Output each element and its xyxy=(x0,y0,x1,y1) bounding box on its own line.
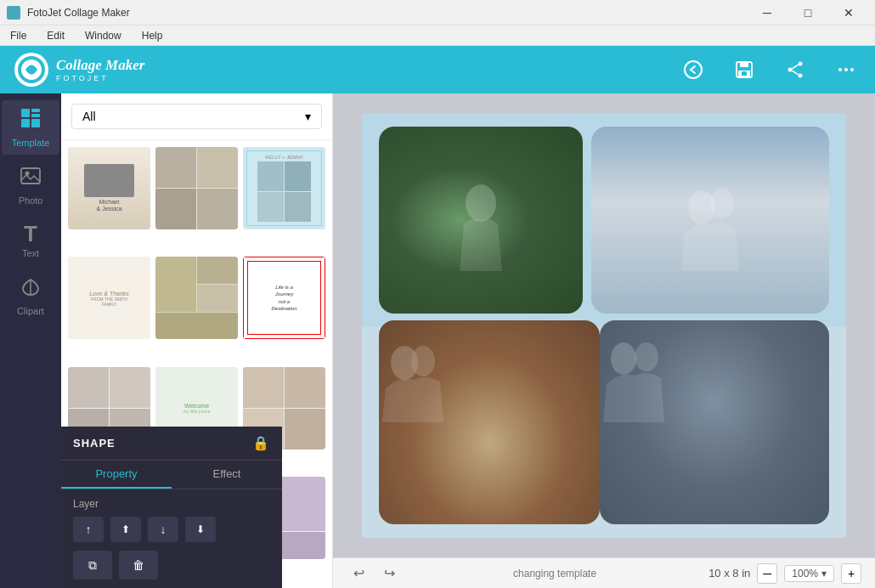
shape-panel-header: SHAPE 🔒 xyxy=(61,427,282,461)
zoom-out-button[interactable]: ─ xyxy=(757,563,777,584)
template-item[interactable]: KELLY + JENNY xyxy=(243,147,325,229)
dropdown-chevron-icon: ▾ xyxy=(305,110,311,123)
duplicate-icon: ⧉ xyxy=(88,558,97,573)
logo-sub: FOTOJET xyxy=(56,74,144,82)
zoom-level: 100% xyxy=(792,568,818,580)
svg-rect-20 xyxy=(21,168,40,184)
status-right: 10 x 8 in ─ 100% ▾ + xyxy=(708,563,861,584)
layer-controls: ↑ ⬆ ↓ ⬇ xyxy=(73,517,270,542)
zoom-in-icon: + xyxy=(848,567,855,580)
template-item[interactable]: Life is aJourneynot aDestination xyxy=(243,257,325,339)
undo-icon: ↩ xyxy=(353,565,364,581)
svg-point-14 xyxy=(850,68,854,71)
tab-effect[interactable]: Effect xyxy=(172,461,282,489)
bring-to-front-button[interactable]: ↑ xyxy=(73,517,104,542)
logo-main: Collage Maker xyxy=(56,57,144,74)
sidebar-item-photo[interactable]: Photo xyxy=(2,158,59,212)
sidebar-item-text[interactable]: T Text xyxy=(2,216,59,265)
share-button[interactable] xyxy=(780,54,810,85)
svg-point-13 xyxy=(844,68,848,71)
template-item[interactable] xyxy=(155,147,238,229)
window-title: FotoJet Collage Maker xyxy=(27,7,130,19)
toolbar-icons xyxy=(678,54,861,85)
zoom-chevron-icon: ▾ xyxy=(821,568,827,580)
svg-rect-15 xyxy=(21,109,30,117)
minimize-button[interactable]: ─ xyxy=(748,0,787,25)
sidebar-photo-label: Photo xyxy=(19,195,43,206)
svg-point-12 xyxy=(838,68,842,71)
more-icon xyxy=(836,59,856,80)
layer-label: Layer xyxy=(73,498,270,510)
svg-rect-4 xyxy=(740,62,748,67)
template-item[interactable]: Michael& Jessica xyxy=(68,147,150,229)
shape-title: SHAPE xyxy=(73,437,116,449)
more-button[interactable] xyxy=(831,54,861,85)
duplicate-button[interactable]: ⧉ xyxy=(73,551,112,580)
photo-top-left[interactable] xyxy=(379,127,583,314)
close-button[interactable]: ✕ xyxy=(829,0,868,25)
template-item[interactable] xyxy=(155,257,238,339)
svg-point-36 xyxy=(611,342,636,375)
lock-icon: 🔒 xyxy=(252,435,270,451)
svg-rect-18 xyxy=(21,119,30,127)
canvas-area: ↩ ↪ changing template 10 x 8 in ─ 100% xyxy=(333,93,875,588)
clipart-icon xyxy=(20,275,42,302)
svg-point-8 xyxy=(788,68,793,72)
text-icon: T xyxy=(24,223,37,245)
svg-rect-19 xyxy=(31,119,40,127)
menu-window[interactable]: Window xyxy=(82,28,125,43)
panel-top: All ▾ xyxy=(61,93,332,140)
app-icon xyxy=(7,6,20,20)
changing-template-text: changing template xyxy=(513,568,596,580)
photo-tr-image xyxy=(591,127,829,314)
sidebar-item-template[interactable]: Template xyxy=(2,100,59,155)
collage-canvas[interactable] xyxy=(362,113,846,538)
logo-area: Collage Maker FOTOJET xyxy=(14,52,144,88)
share-icon xyxy=(785,59,805,80)
canvas-wrapper xyxy=(333,93,875,557)
sidebar-template-label: Template xyxy=(12,138,50,148)
maximize-button[interactable]: □ xyxy=(788,0,827,25)
app-layout: Collage Maker FOTOJET xyxy=(0,46,875,588)
photo-icon xyxy=(20,165,42,192)
window-controls: ─ □ ✕ xyxy=(748,0,868,25)
tab-property[interactable]: Property xyxy=(61,461,172,489)
bring-forward-button[interactable]: ⬆ xyxy=(110,517,141,542)
save-button[interactable] xyxy=(729,54,759,85)
main-area: Template Photo T Text xyxy=(0,93,875,588)
photo-top-right[interactable] xyxy=(591,127,829,314)
sidebar-item-clipart[interactable]: Clipart xyxy=(2,269,59,323)
svg-point-35 xyxy=(411,346,435,376)
zoom-out-icon: ─ xyxy=(763,567,771,580)
menu-file[interactable]: File xyxy=(7,28,30,43)
delete-button[interactable]: 🗑 xyxy=(119,551,158,580)
action-controls: ⧉ 🗑 xyxy=(73,551,270,580)
svg-point-37 xyxy=(635,342,658,371)
redo-button[interactable]: ↪ xyxy=(377,562,401,585)
delete-icon: 🗑 xyxy=(133,558,144,572)
redo-icon: ↪ xyxy=(384,565,395,581)
zoom-display[interactable]: 100% ▾ xyxy=(784,565,834,582)
send-backward-button[interactable]: ↓ xyxy=(148,517,178,542)
shape-content: Layer ↑ ⬆ ↓ ⬇ xyxy=(61,489,282,588)
back-button[interactable] xyxy=(678,54,708,85)
menu-bar: File Edit Window Help xyxy=(0,25,875,46)
status-center: changing template xyxy=(411,568,698,580)
status-bar: ↩ ↪ changing template 10 x 8 in ─ 100% xyxy=(333,557,875,588)
panel-area: All ▾ Michael& Jessica xyxy=(61,93,333,588)
send-to-back-button[interactable]: ⬇ xyxy=(185,517,216,542)
title-bar-left: FotoJet Collage Maker xyxy=(7,6,130,20)
send-backward-icon: ↓ xyxy=(161,523,167,536)
canvas-size-label: 10 x 8 in xyxy=(708,567,750,580)
logo-text: Collage Maker FOTOJET xyxy=(56,57,144,82)
category-dropdown[interactable]: All ▾ xyxy=(71,104,322,129)
template-item[interactable]: Love & Thanks FROM THE SMITH FAMILY xyxy=(68,257,150,339)
menu-help[interactable]: Help xyxy=(138,28,167,43)
photo-bottom-right[interactable] xyxy=(600,320,829,524)
undo-button[interactable]: ↩ xyxy=(347,562,370,585)
photo-bottom-left[interactable] xyxy=(379,320,600,524)
menu-edit[interactable]: Edit xyxy=(43,28,68,43)
svg-rect-6 xyxy=(742,71,747,76)
zoom-in-button[interactable]: + xyxy=(841,563,861,584)
svg-line-11 xyxy=(792,71,798,75)
